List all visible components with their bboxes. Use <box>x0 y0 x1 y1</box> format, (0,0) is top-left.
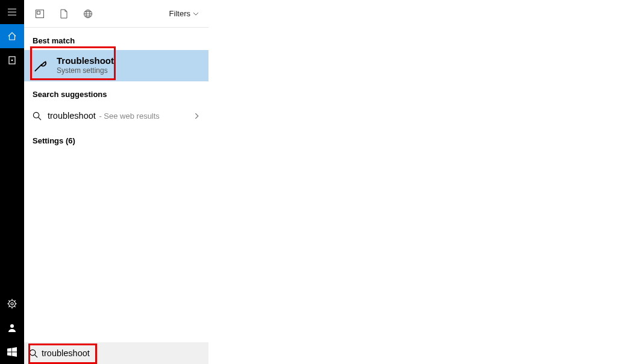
apps-icon <box>35 9 45 19</box>
menu-button[interactable] <box>0 0 24 24</box>
svg-point-3 <box>11 303 13 305</box>
suggestion-extra: - See web results <box>97 111 160 121</box>
chevron-right-icon <box>193 113 200 119</box>
user-icon <box>7 323 17 333</box>
svg-point-10 <box>30 350 35 355</box>
filters-dropdown[interactable]: Filters <box>169 9 205 18</box>
home-icon <box>7 31 17 41</box>
settings-button[interactable] <box>0 292 24 316</box>
search-input[interactable] <box>42 348 204 358</box>
windows-start-icon <box>7 347 17 357</box>
web-suggestion-row[interactable]: troubleshoot - See web results <box>24 104 208 128</box>
results-content: Best match Troubleshoot System settings … <box>24 28 617 364</box>
menu-icon <box>7 7 17 17</box>
cortana-search-panel: Filters Best match Troubleshoot System s… <box>0 0 617 364</box>
top-bar: Filters <box>24 0 208 28</box>
results-area: Filters Best match Troubleshoot System s… <box>24 0 617 364</box>
top-web-button[interactable] <box>76 2 100 26</box>
filters-label: Filters <box>169 9 190 18</box>
gear-icon <box>7 299 17 309</box>
start-button[interactable] <box>0 340 24 364</box>
top-documents-button[interactable] <box>52 2 76 26</box>
settings-heading: Settings (6) <box>24 128 617 150</box>
globe-icon <box>83 9 93 19</box>
best-match-heading: Best match <box>24 28 617 50</box>
top-apps-button[interactable] <box>28 2 52 26</box>
search-icon <box>29 349 38 358</box>
home-button[interactable] <box>0 24 24 48</box>
svg-point-1 <box>11 60 13 61</box>
search-icon <box>33 111 42 121</box>
best-match-subtitle: System settings <box>57 66 114 76</box>
best-match-result[interactable]: Troubleshoot System settings <box>24 50 208 81</box>
best-match-title: Troubleshoot <box>57 55 114 66</box>
svg-point-9 <box>33 112 39 118</box>
user-button[interactable] <box>0 316 24 340</box>
svg-point-4 <box>10 324 14 328</box>
suggestions-heading: Search suggestions <box>24 81 617 104</box>
left-rail <box>0 0 24 364</box>
wrench-icon <box>33 58 52 74</box>
svg-rect-6 <box>37 11 40 14</box>
suggestion-term: troubleshoot <box>48 111 96 121</box>
notebook-icon <box>7 55 17 65</box>
search-bar[interactable] <box>24 342 208 364</box>
chevron-down-icon <box>193 11 199 17</box>
document-icon <box>60 9 68 19</box>
notebook-button[interactable] <box>0 48 24 72</box>
